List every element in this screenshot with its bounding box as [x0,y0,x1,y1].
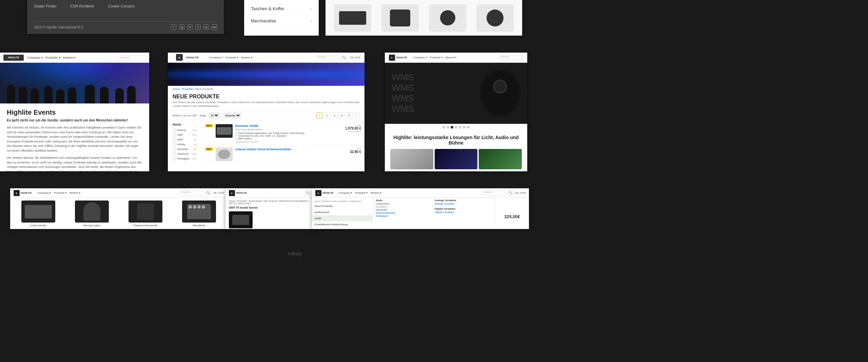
br-menu-entertainment[interactable]: Entertainment-Beleuchtung [312,222,373,228]
np-filter-showgear[interactable]: Showgear (16) [173,157,197,160]
wms-thumb-1[interactable] [390,149,433,169]
np-filter-seetronic[interactable]: Seetronic (40) [173,152,197,155]
csr-link[interactable]: CSR-Richtlinie [70,4,95,8]
bl-search-icon[interactable] [205,190,211,196]
wms-dot-3[interactable] [451,126,453,129]
np-checkbox-dap[interactable] [173,133,176,136]
np-checkbox-infinity[interactable] [173,142,176,146]
bl-nav-marken[interactable]: Marken ▾ [69,191,80,194]
np-page-4[interactable]: 4 [339,112,345,118]
br-menu-audiovisuell[interactable]: Audiovisuell [312,209,373,215]
np-page-5[interactable]: 5 [346,112,352,118]
np-search-icon[interactable] [341,55,347,60]
megamenu-item-bags[interactable]: Taschen & Koffer › [244,3,319,15]
np-breadcrumb: Home / Produkte / Neue Produkte [168,86,364,92]
np-filter-dmt[interactable]: DMT (2) [173,138,197,141]
br-cat-mischpulte[interactable]: Mischpulte [376,209,433,211]
np-checkbox-showgear[interactable] [173,157,176,160]
bl-nav-produkte[interactable]: Produkte ▾ [54,191,66,194]
wms-dot-6[interactable] [463,126,466,129]
np-show-select[interactable]: 102050 [209,113,219,118]
br-analoge-item[interactable]: Analoge Verstärker [435,203,492,205]
np-breadcrumb-produkte[interactable]: Produkte [182,88,193,91]
wms-dot-5[interactable] [459,126,461,129]
np-checkbox-artecta[interactable] [173,128,176,132]
linkedin-icon[interactable]: in [187,24,193,30]
np-sort-select[interactable]: Neueste [223,113,241,118]
np-page-next[interactable]: › [354,112,360,118]
bl-search-input[interactable]: Suchen [180,191,204,195]
wms-nav-company[interactable]: Company ▾ [413,56,427,59]
np-nav-company[interactable]: Company ▾ [209,56,222,59]
product-thumb-4[interactable] [476,4,514,32]
product-thumb-3[interactable] [429,4,466,32]
nav-company[interactable]: Company ▾ [27,56,43,59]
br-cat-audioverarbeitung[interactable]: Audioverarbeitung [376,212,433,214]
np-breadcrumb-home[interactable]: Home [173,88,180,91]
product-name-2[interactable]: Artecta Volano GU10 Schienenstrahler [235,148,347,151]
cookie-link[interactable]: Cookie Consent [108,4,134,8]
np-filter-infinity[interactable]: Infinity (6) [173,142,197,146]
wms-thumb-2[interactable] [435,149,478,169]
np-search-input[interactable]: Suchen [316,55,340,60]
facebook-icon[interactable]: f [171,24,176,30]
wms-dot-7[interactable] [467,126,470,129]
events-nav-logo[interactable]: HIGHLITE [3,55,24,61]
bl-logo[interactable]: ▶ HIGHLITE [14,190,32,196]
wms-dot-2[interactable] [447,126,449,129]
np-filter-novastar[interactable]: Novastar (4) [173,147,197,151]
nav-marken[interactable]: Marken ▾ [63,56,76,59]
br-menu-neue-produkte[interactable]: Neue Produkte [312,203,373,209]
bl-product-lichtcontroller[interactable]: Lichtcontroller [21,201,55,227]
np-nav-produkte[interactable]: Produkte ▾ [225,56,238,59]
br-search-input[interactable]: Suchen [483,191,507,195]
person-5 [56,89,64,103]
wms-nav-produkte[interactable]: Produkte ▾ [430,56,442,59]
np-filter-artecta[interactable]: Artecta (70) [173,128,197,132]
product-name-1[interactable]: Novastar VX400 [235,124,342,128]
br-digitale-item[interactable]: Digitale Verstärker [435,211,492,213]
np-checkbox-seetronic[interactable] [173,152,176,155]
product-thumb-2[interactable] [381,4,419,32]
wms-nav-marken[interactable]: Marken ▾ [445,56,456,59]
br-cat-audioplayer[interactable]: Audioplayer [376,215,433,217]
bc-logo[interactable]: ▶ HIGHLITE [229,190,247,196]
br-menu-architektur[interactable]: Architektur-Beleuchtung [312,228,373,229]
br-cat-lautsprecher[interactable]: Lautsprecher [376,203,433,205]
np-checkbox-dmt[interactable] [173,138,176,141]
br-menu-audio[interactable]: Audio [312,215,373,222]
wms-search-input[interactable]: Suchen [499,55,523,60]
wms-dot-1[interactable] [442,126,445,129]
np-page-2[interactable]: 2 [324,112,330,118]
bl-nav-company[interactable]: Company ▾ [37,191,51,194]
np-page-3[interactable]: 3 [331,112,337,118]
np-logo[interactable]: ▶ HIGHLITE [172,53,203,63]
br-nav-company[interactable]: Company ▾ [338,191,352,194]
megamenu-item-merchandise[interactable]: Merchandise › [244,15,319,27]
wms-dot-4[interactable] [455,126,457,129]
wms-thumb-3[interactable] [479,149,522,169]
bl-product-theaterscheinwerfer[interactable]: Theaterscheinwerfer [129,201,162,227]
instagram-icon[interactable]: ig [179,24,184,30]
bl-product-movinglights[interactable]: Moving Lights [75,201,109,227]
events-search[interactable]: Suchen [119,55,146,60]
br-nav-produkte[interactable]: Produkte ▾ [355,191,368,194]
vimeo-icon[interactable]: v [195,24,201,30]
dealer-finder-link[interactable]: Dealer Finder [34,4,57,8]
np-nav-marken[interactable]: Marken ▾ [241,56,252,59]
twitter-icon[interactable]: tw [212,24,217,30]
br-cat-verstaerker[interactable]: Verstärker [376,206,433,208]
youtube-icon[interactable]: yt [203,24,209,30]
nav-produkte[interactable]: Produkte ▾ [45,56,60,59]
bc-search-icon[interactable] [305,190,310,196]
br-logo[interactable]: ▶ HIGHLITE [315,190,334,196]
np-checkbox-novastar[interactable] [173,147,176,151]
br-search-icon[interactable] [508,190,513,196]
br-nav-marken[interactable]: Marken ▾ [370,191,381,194]
wms-logo[interactable]: ▶ HIGHLITE [389,55,407,61]
bc-content: Home / Produkte / Audiovisuell / LED-Scr… [225,198,314,229]
np-filter-dap[interactable]: DAP (52) [173,133,197,136]
product-thumb-1[interactable] [334,4,371,32]
np-page-1[interactable]: 1 [316,112,322,118]
bl-product-wandfluter[interactable]: Wandfluter [182,201,216,227]
